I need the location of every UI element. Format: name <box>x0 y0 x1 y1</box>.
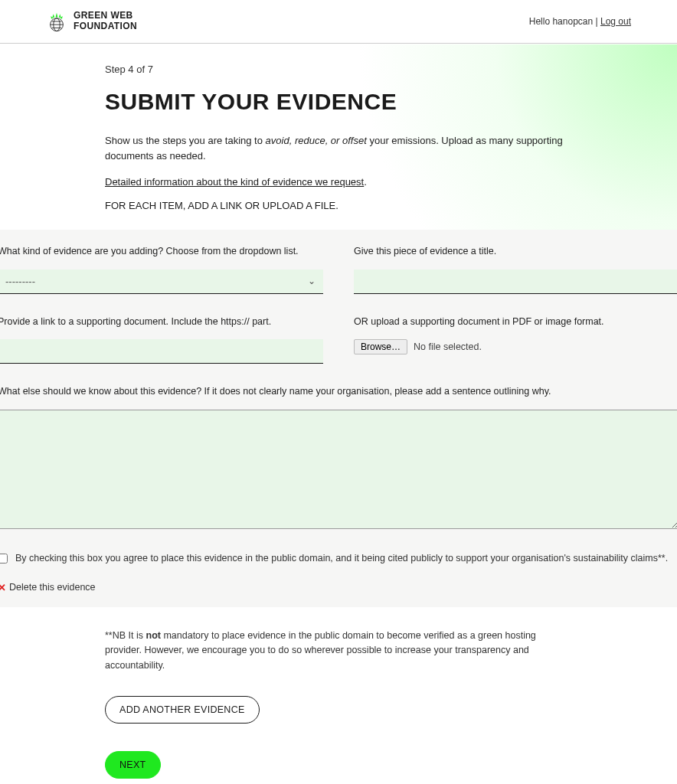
kind-label: What kind of evidence are you adding? Ch… <box>0 245 323 259</box>
site-header: GREEN WEB FOUNDATION Hello hanopcan | Lo… <box>0 0 677 44</box>
greeting-text: Hello hanopcan <box>529 16 593 27</box>
upload-label: OR upload a supporting document in PDF o… <box>354 315 677 329</box>
evidence-info-link[interactable]: Detailed information about the kind of e… <box>105 176 364 188</box>
delete-evidence-button[interactable]: ✕ Delete this evidence <box>0 582 677 593</box>
link-label: Provide a link to a supporting document.… <box>0 315 323 329</box>
notes-label: What else should we know about this evid… <box>0 385 677 399</box>
step-indicator: Step 4 of 7 <box>105 64 572 75</box>
consent-text: By checking this box you agree to place … <box>15 551 668 565</box>
public-domain-checkbox[interactable] <box>0 554 8 564</box>
brand-name: GREEN WEB FOUNDATION <box>74 11 137 32</box>
evidence-title-input[interactable] <box>354 270 677 294</box>
title-label: Give this piece of evidence a title. <box>354 245 677 259</box>
user-menu: Hello hanopcan | Log out <box>529 16 631 27</box>
browse-button[interactable]: Browse… <box>354 339 407 354</box>
instruction-text: FOR EACH ITEM, ADD A LINK OR UPLOAD A FI… <box>105 200 572 211</box>
evidence-form-card: What kind of evidence are you adding? Ch… <box>0 230 677 607</box>
file-status: No file selected. <box>414 341 482 352</box>
green-web-logo-icon <box>46 11 67 32</box>
add-evidence-button[interactable]: ADD ANOTHER EVIDENCE <box>105 696 260 724</box>
delete-x-icon: ✕ <box>0 582 6 593</box>
next-button[interactable]: NEXT <box>105 751 161 779</box>
footnote-text: **NB It is not mandatory to place eviden… <box>105 629 572 673</box>
brand-logo[interactable]: GREEN WEB FOUNDATION <box>46 11 137 32</box>
logout-link[interactable]: Log out <box>600 16 631 27</box>
evidence-link-input[interactable] <box>0 339 323 364</box>
intro-text: Show us the steps you are taking to avoi… <box>105 133 572 164</box>
evidence-kind-select[interactable]: --------- <box>0 270 323 294</box>
page-title: SUBMIT YOUR EVIDENCE <box>105 89 572 115</box>
evidence-notes-textarea[interactable] <box>0 410 677 529</box>
